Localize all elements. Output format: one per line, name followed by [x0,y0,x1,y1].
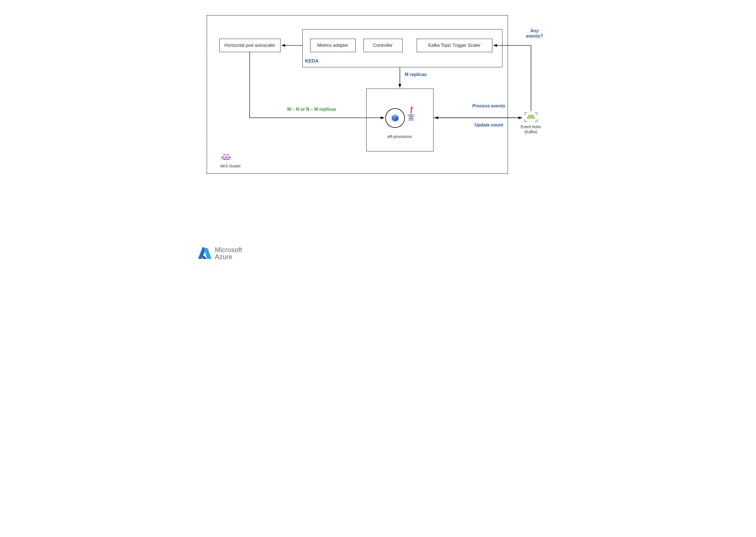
edge-any-events-label: Any events? [522,28,547,39]
keda-metrics-adapter-label: Metrics adapter [317,43,348,48]
svg-rect-13 [530,115,532,117]
brand-line1: Microsoft [215,246,242,253]
edge-process-events-label: Process events [472,103,506,109]
cube-icon [391,114,399,122]
event-hubs-title: Event Hubs [517,125,545,129]
keda-scaler-box: Kafka Topic Trigger Scaler [417,39,492,52]
event-hubs-subtitle: (Kafka) [517,130,545,134]
processor-name-label: eft-processor [366,134,434,139]
svg-rect-12 [528,115,530,117]
brand-line2: Azure [215,253,242,260]
edge-m-replicas-label: M replicas [405,72,436,77]
java-icon: Java [405,105,417,121]
svg-marker-5 [226,154,230,155]
event-hubs-icon [524,112,538,123]
diagram-canvas: Horizontal pod autoscaler KEDA Metrics a… [189,0,567,268]
processor-circle [385,108,405,128]
svg-marker-4 [223,154,226,155]
svg-rect-16 [529,117,531,119]
svg-text:Java: Java [408,118,414,121]
svg-rect-15 [527,117,529,119]
edge-hpa-replicas-label: M – N or N – M replicas [278,106,346,112]
keda-group-label: KEDA [305,58,327,64]
hpa-box: Horizontal pod autoscaler [219,39,281,52]
hpa-label: Horizontal pod autoscaler [224,43,275,48]
edge-update-count-label: Update count [472,122,506,128]
aks-cluster-label: AKS cluster [214,164,247,169]
keda-metrics-adapter-box: Metrics adapter [310,39,356,52]
svg-rect-17 [531,117,533,119]
keda-controller-box: Controller [363,39,403,52]
svg-rect-18 [533,117,535,119]
svg-rect-14 [532,115,534,117]
keda-controller-label: Controller [373,43,393,48]
keda-scaler-label: Kafka Topic Trigger Scaler [428,43,480,48]
svg-rect-11 [221,157,231,160]
azure-logo-icon [198,246,212,260]
azure-brand: Microsoft Azure [198,246,242,260]
aks-cluster-icon [220,154,232,163]
